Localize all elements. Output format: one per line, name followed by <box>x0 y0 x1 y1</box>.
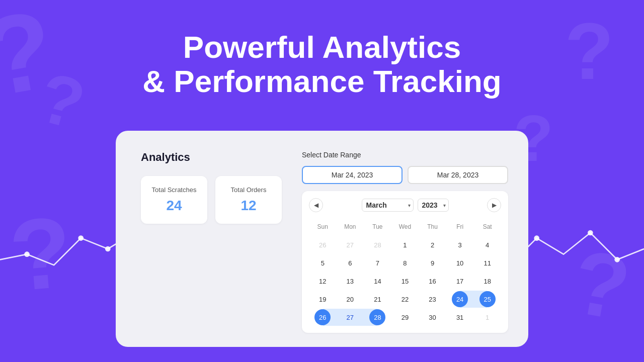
cal-day-30[interactable]: 30 <box>419 309 446 326</box>
day-header-fri: Fri <box>446 218 474 235</box>
cal-day-2[interactable]: 2 <box>419 236 446 253</box>
cal-day-14[interactable]: 14 <box>364 273 391 290</box>
cal-day-17[interactable]: 17 <box>446 273 474 290</box>
svg-point-6 <box>588 230 593 236</box>
month-select[interactable]: January February March April May June Ju… <box>362 199 414 212</box>
end-date-input[interactable]: Mar 28, 2023 <box>408 166 508 184</box>
calendar-widget: ◀ January February March April May June … <box>302 191 508 333</box>
analytics-title: Analytics <box>141 151 282 164</box>
cal-day-18[interactable]: 18 <box>473 273 501 290</box>
cal-day-6[interactable]: 6 <box>337 254 364 272</box>
svg-point-0 <box>24 251 30 257</box>
cal-day-24[interactable]: 24 <box>446 291 474 308</box>
cal-day-next-1[interactable]: 1 <box>473 309 501 326</box>
cal-day-1[interactable]: 1 <box>391 236 419 253</box>
cal-day-20[interactable]: 20 <box>337 291 364 308</box>
day-header-mon: Mon <box>337 218 364 235</box>
day-header-wed: Wed <box>391 218 419 235</box>
main-card: Analytics Total Scratches 24 Total Order… <box>116 131 528 347</box>
svg-point-2 <box>105 246 111 252</box>
cal-day-7[interactable]: 7 <box>364 254 391 272</box>
analytics-panel: Analytics Total Scratches 24 Total Order… <box>141 151 282 327</box>
day-header-thu: Thu <box>419 218 446 235</box>
cal-day-21[interactable]: 21 <box>364 291 391 308</box>
cal-day-19[interactable]: 19 <box>309 291 337 308</box>
cal-day-prev-28[interactable]: 28 <box>364 236 391 253</box>
hero-line2: & Performance Tracking <box>0 64 644 99</box>
cal-day-29[interactable]: 29 <box>391 309 419 326</box>
cal-day-22[interactable]: 22 <box>391 291 419 308</box>
cal-day-prev-27[interactable]: 27 <box>337 236 364 253</box>
cal-day-11[interactable]: 11 <box>473 254 501 272</box>
cal-day-27[interactable]: 27 <box>337 309 364 326</box>
start-date-input[interactable]: Mar 24, 2023 <box>302 166 403 184</box>
hero-line1: Powerful Analytics <box>0 30 644 64</box>
cal-day-23[interactable]: 23 <box>419 291 446 308</box>
svg-point-5 <box>534 235 539 241</box>
cal-day-10[interactable]: 10 <box>446 254 474 272</box>
month-year-selectors: January February March April May June Ju… <box>362 199 449 212</box>
total-scratches-label: Total Scratches <box>152 186 197 194</box>
date-inputs: Mar 24, 2023 Mar 28, 2023 <box>302 166 508 184</box>
cal-day-9[interactable]: 9 <box>419 254 446 272</box>
cal-day-12[interactable]: 12 <box>309 273 337 290</box>
year-select-wrapper: 2021 2022 2023 2024 <box>418 199 449 212</box>
next-month-button[interactable]: ▶ <box>487 198 501 212</box>
year-select[interactable]: 2021 2022 2023 2024 <box>418 199 449 212</box>
stats-row: Total Scratches 24 Total Orders 12 <box>141 176 282 224</box>
month-select-wrapper: January February March April May June Ju… <box>362 199 414 212</box>
svg-point-1 <box>78 235 84 241</box>
calendar-panel: Select Date Range Mar 24, 2023 Mar 28, 2… <box>302 151 508 327</box>
hero-section: Powerful Analytics & Performance Trackin… <box>0 30 644 99</box>
cal-day-15[interactable]: 15 <box>391 273 419 290</box>
calendar-header: ◀ January February March April May June … <box>309 198 501 212</box>
day-header-sat: Sat <box>473 218 501 235</box>
cal-day-8[interactable]: 8 <box>391 254 419 272</box>
day-header-tue: Tue <box>364 218 391 235</box>
total-orders-label: Total Orders <box>231 186 267 194</box>
cal-day-3[interactable]: 3 <box>446 236 474 253</box>
cal-day-16[interactable]: 16 <box>419 273 446 290</box>
cal-day-5[interactable]: 5 <box>309 254 337 272</box>
total-orders-value: 12 <box>240 198 256 214</box>
cal-day-26[interactable]: 26 <box>309 309 337 326</box>
day-header-sun: Sun <box>309 218 337 235</box>
prev-month-button[interactable]: ◀ <box>309 198 323 212</box>
total-scratches-card: Total Scratches 24 <box>141 176 207 224</box>
cal-day-31[interactable]: 31 <box>446 309 474 326</box>
cal-day-13[interactable]: 13 <box>337 273 364 290</box>
date-range-label: Select Date Range <box>302 151 508 159</box>
cal-day-25[interactable]: 25 <box>473 291 501 308</box>
total-scratches-value: 24 <box>166 198 182 214</box>
svg-point-7 <box>614 257 620 262</box>
cal-day-28[interactable]: 28 <box>364 309 391 326</box>
calendar-grid: Sun Mon Tue Wed Thu Fri Sat 26 27 28 1 2… <box>309 218 501 326</box>
total-orders-card: Total Orders 12 <box>215 176 282 224</box>
cal-day-prev-26[interactable]: 26 <box>309 236 337 253</box>
cal-day-4[interactable]: 4 <box>473 236 501 253</box>
